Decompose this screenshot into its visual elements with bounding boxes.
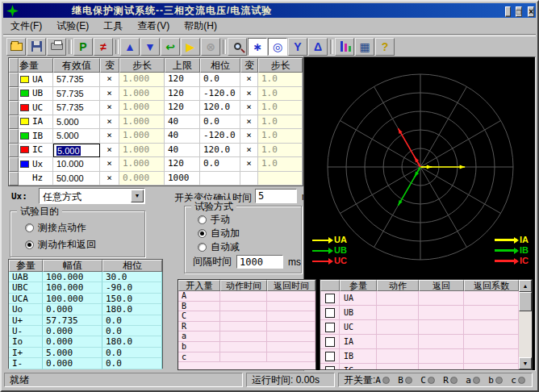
step-cell[interactable]: 0.000 bbox=[119, 172, 165, 186]
minimize-button[interactable]: _ bbox=[505, 6, 512, 17]
step-cell[interactable]: 1.0 bbox=[258, 157, 303, 172]
menu-item[interactable]: 帮助(H) bbox=[177, 18, 224, 35]
rms-cell[interactable]: 5.000 bbox=[53, 129, 100, 144]
radio-label[interactable]: 自动加 bbox=[211, 227, 240, 240]
mode-option-auto-down[interactable]: 自动减 bbox=[198, 240, 240, 254]
purpose-option-contact[interactable]: 测接点动作 bbox=[25, 221, 86, 235]
vary-flag-cell[interactable]: × bbox=[100, 157, 119, 172]
vertical-scrollbar[interactable]: ▲ ▼ bbox=[519, 280, 532, 369]
rms-cell[interactable]: 57.735 bbox=[53, 101, 100, 115]
phase-cell[interactable]: -120.0 bbox=[200, 129, 240, 144]
step-cell[interactable]: 1.000 bbox=[119, 144, 165, 158]
vary-flag-cell[interactable] bbox=[240, 172, 258, 186]
step-cell[interactable]: 1.000 bbox=[119, 157, 165, 172]
step-cell[interactable]: 1.0 bbox=[258, 101, 303, 115]
radio-label[interactable]: 测动作和返回 bbox=[38, 238, 96, 252]
close-button[interactable]: × bbox=[528, 6, 534, 17]
step-cell[interactable]: 1.000 bbox=[119, 115, 165, 130]
scroll-up-icon[interactable]: ▲ bbox=[519, 280, 532, 292]
vary-flag-cell[interactable]: × bbox=[100, 73, 119, 87]
step-cell[interactable]: 1.0 bbox=[258, 129, 303, 144]
vary-flag-cell[interactable]: × bbox=[100, 144, 119, 158]
vary-flag-cell[interactable]: × bbox=[240, 144, 258, 158]
step-cell[interactable]: 1.0 bbox=[258, 144, 303, 158]
save-button[interactable] bbox=[27, 38, 46, 56]
radio-icon[interactable] bbox=[198, 215, 207, 224]
scroll-down-icon[interactable]: ▼ bbox=[519, 357, 532, 369]
confirm-time-input[interactable] bbox=[255, 189, 297, 203]
phase-cell[interactable]: -120.0 bbox=[200, 87, 240, 102]
limit-cell[interactable]: 120 bbox=[165, 87, 200, 102]
rms-cell[interactable]: 50.000 bbox=[53, 172, 100, 186]
print-button[interactable] bbox=[47, 38, 66, 56]
step-cell[interactable]: 1.000 bbox=[119, 87, 165, 102]
radio-icon[interactable] bbox=[25, 223, 34, 232]
report-button[interactable] bbox=[335, 38, 354, 56]
menu-item[interactable]: 文件(F) bbox=[3, 18, 49, 35]
phase-cell[interactable]: 0.0 bbox=[200, 157, 240, 172]
phase-cell[interactable] bbox=[200, 172, 240, 186]
stop-button[interactable]: ⊗ bbox=[201, 38, 220, 56]
mode-option-auto-up[interactable]: 自动加 bbox=[198, 227, 240, 240]
chevron-down-icon[interactable]: ▼ bbox=[131, 190, 144, 202]
step-cell[interactable]: 1.0 bbox=[258, 115, 303, 130]
vary-flag-cell[interactable]: × bbox=[100, 172, 119, 186]
limit-cell[interactable]: 40 bbox=[165, 115, 200, 130]
radio-label[interactable]: 手动 bbox=[211, 213, 230, 227]
vary-flag-cell[interactable]: × bbox=[240, 101, 258, 115]
vector-view-button[interactable]: ∗ bbox=[248, 38, 267, 56]
wye-button[interactable]: Y bbox=[288, 38, 307, 56]
phase-cell[interactable]: 120.0 bbox=[200, 101, 240, 115]
step-cell[interactable]: 1.000 bbox=[119, 73, 165, 87]
limit-cell[interactable]: 120 bbox=[165, 73, 200, 87]
menu-item[interactable]: 试验(E) bbox=[49, 18, 96, 35]
rms-cell[interactable]: 5.000 bbox=[53, 115, 100, 130]
rms-cell[interactable]: 57.735 bbox=[53, 73, 100, 87]
rms-cell[interactable]: 10.000 bbox=[53, 157, 100, 172]
checkbox[interactable] bbox=[325, 294, 335, 303]
rms-cell[interactable]: 5.000 bbox=[53, 144, 100, 158]
menu-item[interactable]: 查看(V) bbox=[130, 18, 177, 35]
phase-cell[interactable]: 0.0 bbox=[200, 115, 240, 130]
phase-cell[interactable]: 120.0 bbox=[200, 144, 240, 158]
step-down-button[interactable]: ▼ bbox=[140, 38, 160, 56]
step-cell[interactable]: 1.0 bbox=[258, 87, 303, 102]
phase-cell[interactable]: 0.0 bbox=[200, 73, 240, 87]
checkbox[interactable] bbox=[325, 323, 335, 332]
zoom-in-button[interactable] bbox=[228, 38, 247, 56]
radio-label[interactable]: 测接点动作 bbox=[38, 221, 86, 235]
vary-flag-cell[interactable]: × bbox=[100, 129, 119, 144]
calculator-button[interactable]: ▦ bbox=[355, 38, 374, 56]
mode-option-manual[interactable]: 手动 bbox=[198, 213, 230, 227]
limit-cell[interactable]: 40 bbox=[165, 129, 200, 144]
limit-cell[interactable]: 1000 bbox=[165, 172, 200, 186]
maximize-button[interactable]: □ bbox=[516, 6, 522, 17]
fault-button[interactable]: ≠ bbox=[94, 38, 113, 56]
vary-flag-cell[interactable]: × bbox=[240, 115, 258, 130]
open-button[interactable] bbox=[6, 38, 26, 56]
vary-flag-cell[interactable]: × bbox=[100, 115, 119, 130]
p-marker-button[interactable]: P bbox=[73, 38, 93, 56]
step-cell[interactable]: 1.0 bbox=[258, 73, 303, 87]
vary-flag-cell[interactable]: × bbox=[240, 157, 258, 172]
scrollbar-thumb[interactable] bbox=[519, 292, 532, 311]
limit-cell[interactable]: 120 bbox=[165, 101, 200, 115]
delta-button[interactable]: Δ bbox=[308, 38, 328, 56]
step-cell[interactable]: 1.000 bbox=[119, 129, 165, 144]
undo-button[interactable]: ↩ bbox=[161, 38, 180, 56]
purpose-option-act-return[interactable]: 测动作和返回 bbox=[25, 238, 96, 252]
limit-cell[interactable]: 40 bbox=[165, 144, 200, 158]
ux-mode-select[interactable]: 任意方式 ▼ bbox=[39, 188, 145, 204]
radio-icon[interactable] bbox=[25, 240, 34, 249]
checkbox[interactable] bbox=[325, 366, 335, 371]
checkbox[interactable] bbox=[325, 352, 335, 361]
step-up-button[interactable]: ▲ bbox=[120, 38, 140, 56]
checkbox[interactable] bbox=[325, 308, 335, 318]
step-cell[interactable]: 1.000 bbox=[119, 101, 165, 115]
menu-item[interactable]: 工具 bbox=[96, 18, 130, 35]
trace-view-button[interactable]: ◎ bbox=[268, 38, 287, 56]
vary-flag-cell[interactable]: × bbox=[240, 129, 258, 144]
step-cell[interactable] bbox=[258, 172, 303, 186]
radio-label[interactable]: 自动减 bbox=[211, 240, 240, 254]
radio-icon[interactable] bbox=[198, 229, 207, 238]
